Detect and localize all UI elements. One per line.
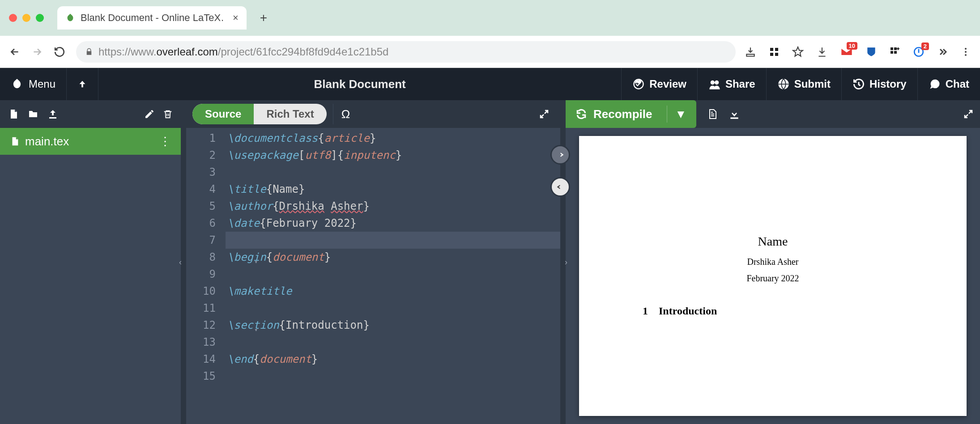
recompile-icon xyxy=(575,108,587,120)
share-button[interactable]: Share xyxy=(697,68,766,100)
file-icon xyxy=(10,136,20,147)
extension-grid-icon[interactable] xyxy=(890,47,900,57)
window-controls xyxy=(9,14,44,22)
downloads-icon[interactable] xyxy=(816,46,828,58)
window-minimize-button[interactable] xyxy=(22,14,30,22)
tab-title: Blank Document - Online LaTeX… xyxy=(81,12,224,24)
line-gutter: 123 456 789 101112 131415 xyxy=(186,128,222,424)
mode-source-button[interactable]: Source xyxy=(192,104,254,124)
svg-point-15 xyxy=(715,81,719,85)
file-name: main.tex xyxy=(25,135,69,148)
review-button[interactable]: Ab Review xyxy=(621,68,697,100)
upload-icon[interactable] xyxy=(47,109,58,119)
mode-richtext-button[interactable]: Rich Text xyxy=(254,104,326,124)
svg-text:Ab: Ab xyxy=(635,79,641,84)
svg-rect-0 xyxy=(770,48,773,51)
file-tree-panel: main.tex ⋮ xyxy=(0,100,181,424)
overleaf-favicon xyxy=(65,13,75,23)
browser-toolbar: https://www.overleaf.com/project/61fcc29… xyxy=(0,36,980,68)
tab-close-button[interactable]: × xyxy=(233,12,239,24)
submit-button[interactable]: Submit xyxy=(766,68,841,100)
extension-clip-icon[interactable]: 2 xyxy=(913,46,925,58)
menu-label: Menu xyxy=(29,78,55,90)
bitwarden-icon[interactable] xyxy=(865,46,877,58)
reload-button[interactable] xyxy=(54,46,67,58)
pdf-page: Name Drshika Asher February 2022 1Introd… xyxy=(579,136,967,416)
delete-icon[interactable] xyxy=(163,108,173,120)
back-button[interactable] xyxy=(9,46,22,58)
svg-point-10 xyxy=(965,51,967,53)
go-to-code-button[interactable] xyxy=(550,177,570,197)
editor-toolbar: Source Rich Text Ω xyxy=(186,100,560,128)
bookmark-star-icon[interactable] xyxy=(792,46,804,58)
code-content[interactable]: \documentclass{article} \usepackage[utf8… xyxy=(222,128,560,424)
extensions-overflow-icon[interactable] xyxy=(937,47,948,57)
chat-button[interactable]: Chat xyxy=(917,68,980,100)
file-tree-toolbar xyxy=(0,100,181,128)
editor-panel: Source Rich Text Ω 123 456 789 101112 13… xyxy=(186,100,560,424)
pdf-viewer[interactable]: Name Drshika Asher February 2022 1Introd… xyxy=(566,128,980,424)
browser-menu-icon[interactable] xyxy=(960,47,971,57)
browser-tab-strip: Blank Document - Online LaTeX… × + xyxy=(0,0,980,36)
svg-rect-7 xyxy=(894,51,897,54)
browser-extensions: 10 2 xyxy=(745,46,971,58)
svg-rect-3 xyxy=(775,53,778,56)
gmail-icon[interactable]: 10 xyxy=(840,46,853,58)
svg-rect-2 xyxy=(770,53,773,56)
main-area: main.tex ⋮ ‹ Source Rich Text Ω 123 456 … xyxy=(0,100,980,424)
splitter-filetree-editor[interactable]: ‹ xyxy=(181,100,186,424)
pdf-fullscreen-icon[interactable] xyxy=(963,109,974,119)
document-title: Blank Document xyxy=(98,77,621,91)
lock-icon xyxy=(85,48,93,56)
window-close-button[interactable] xyxy=(9,14,17,22)
window-maximize-button[interactable] xyxy=(36,14,44,22)
collapse-left-icon[interactable]: ‹ xyxy=(179,258,182,267)
recompile-button[interactable]: Recompile ▼ xyxy=(566,100,696,128)
svg-rect-1 xyxy=(775,48,778,51)
extension-clip-badge: 2 xyxy=(921,42,929,50)
menu-button[interactable]: Menu xyxy=(0,68,67,100)
back-to-projects-button[interactable] xyxy=(67,68,98,100)
new-tab-button[interactable]: + xyxy=(260,11,267,25)
forward-button[interactable] xyxy=(31,46,45,58)
pdf-section-heading: 1Introduction xyxy=(643,305,926,317)
collapse-right-icon[interactable]: › xyxy=(565,258,567,267)
new-folder-icon[interactable] xyxy=(27,109,39,119)
code-editor[interactable]: 123 456 789 101112 131415 \documentclass… xyxy=(186,128,560,424)
svg-point-9 xyxy=(965,48,967,50)
download-shelf-icon[interactable] xyxy=(745,46,756,58)
rename-icon[interactable] xyxy=(144,109,155,119)
logs-icon[interactable] xyxy=(707,108,718,120)
go-to-pdf-button[interactable] xyxy=(550,145,570,165)
svg-rect-4 xyxy=(891,47,893,50)
download-pdf-icon[interactable] xyxy=(729,108,740,120)
pdf-author: Drshika Asher xyxy=(619,257,926,267)
pdf-toolbar: Recompile ▼ xyxy=(566,100,980,128)
new-file-icon[interactable] xyxy=(8,108,19,120)
address-bar[interactable]: https://www.overleaf.com/project/61fcc29… xyxy=(76,41,736,63)
svg-point-14 xyxy=(711,81,715,85)
recompile-dropdown-icon[interactable]: ▼ xyxy=(667,106,687,122)
overleaf-topbar: Menu Blank Document Ab Review Share Subm… xyxy=(0,68,980,100)
file-more-icon[interactable]: ⋮ xyxy=(159,135,171,148)
apps-icon[interactable] xyxy=(769,47,780,57)
editor-mode-toggle: Source Rich Text xyxy=(192,104,327,124)
svg-point-11 xyxy=(965,54,967,56)
pdf-date: February 2022 xyxy=(619,273,926,284)
svg-rect-5 xyxy=(894,47,897,50)
symbol-palette-button[interactable]: Ω xyxy=(333,104,358,124)
browser-tab[interactable]: Blank Document - Online LaTeX… × xyxy=(57,6,247,30)
url-text: https://www.overleaf.com/project/61fcc29… xyxy=(98,46,388,58)
gmail-badge: 10 xyxy=(847,42,857,50)
svg-rect-6 xyxy=(891,51,893,54)
editor-fullscreen-icon[interactable] xyxy=(534,109,554,119)
pdf-title: Name xyxy=(619,234,926,249)
file-item-main-tex[interactable]: main.tex ⋮ xyxy=(0,128,181,155)
pdf-panel: Recompile ▼ Name Drshika Asher February … xyxy=(566,100,980,424)
history-button[interactable]: History xyxy=(841,68,917,100)
